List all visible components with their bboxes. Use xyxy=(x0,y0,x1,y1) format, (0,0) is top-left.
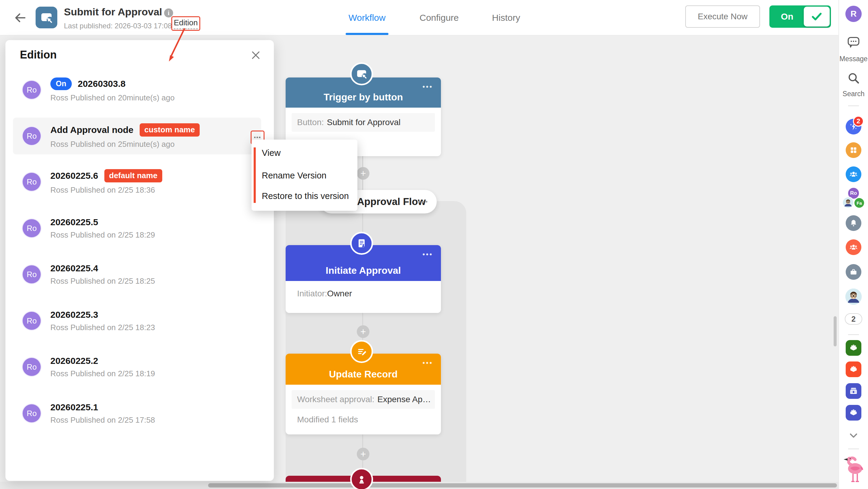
flamingo-image xyxy=(841,454,867,484)
user-avatar-photo[interactable] xyxy=(845,289,862,305)
version-item[interactable]: Ro 20260225.2 Ross Published on 2/25 18:… xyxy=(23,349,252,385)
back-arrow-icon[interactable] xyxy=(13,11,27,25)
version-name: 20260225.3 xyxy=(50,309,98,320)
trigger-node-title: Trigger by button xyxy=(323,92,403,103)
edition-panel-title: Edition xyxy=(20,48,57,61)
edition-panel: Edition Ro On 20260303.8 Ross Published … xyxy=(5,40,274,481)
toggle-knob xyxy=(804,7,830,27)
approval-flow-group-background xyxy=(286,201,466,489)
version-name: 20260303.8 xyxy=(78,79,126,89)
avatar: Ro xyxy=(23,404,41,422)
last-published-text: Last published: 2026-03-03 17:08 xyxy=(64,22,172,30)
update-node-title: Update Record xyxy=(329,369,398,380)
contacts-icon[interactable] xyxy=(846,166,861,182)
search-label: Search xyxy=(843,90,865,98)
version-meta: Ross Published on 2/25 18:25 xyxy=(50,276,155,286)
version-name: 20260225.2 xyxy=(50,356,98,366)
version-name: 20260225.5 xyxy=(50,217,98,227)
version-context-menu: View Rename Version Restore to this vers… xyxy=(251,139,358,211)
menu-item-view[interactable]: View xyxy=(262,148,280,158)
trigger-node-more-icon[interactable]: ••• xyxy=(423,83,433,91)
plugin-red-icon[interactable] xyxy=(846,361,861,377)
version-item[interactable]: Ro 20260225.5 Ross Published on 2/25 18:… xyxy=(23,210,252,247)
execute-now-button[interactable]: Execute Now xyxy=(685,5,760,28)
page-title: Submit for Approval xyxy=(64,6,162,18)
active-tab-underline xyxy=(346,33,389,35)
plugin-indigo-icon[interactable] xyxy=(846,405,861,421)
version-name: 20260225.1 xyxy=(50,402,98,413)
notification-count-badge: 2 xyxy=(853,116,864,127)
plugin-green-icon[interactable] xyxy=(846,340,861,356)
version-item[interactable]: Ro Add Approval node custom name Ross Pu… xyxy=(23,118,252,154)
work-briefcase-icon[interactable] xyxy=(846,264,861,280)
avatar-fa: Fa xyxy=(854,197,865,208)
avatar: Ro xyxy=(23,219,41,237)
sidebar-divider xyxy=(848,334,859,335)
toggle-on-label: On xyxy=(781,5,794,28)
avatar: Ro xyxy=(23,173,41,191)
chevron-down-icon[interactable] xyxy=(847,429,860,442)
tab-workflow[interactable]: Workflow xyxy=(349,13,386,23)
trigger-button-row: Button: Submit for Approval xyxy=(292,113,435,132)
initiate-approval-icon xyxy=(350,232,373,255)
info-icon[interactable]: i xyxy=(164,8,173,18)
add-node-button-3[interactable]: + xyxy=(357,448,369,460)
version-item[interactable]: Ro 20260225.6 default name Ross Publishe… xyxy=(23,163,252,200)
close-icon[interactable] xyxy=(250,49,262,61)
update-node-more-icon[interactable]: ••• xyxy=(423,359,433,367)
edition-link[interactable]: Edition xyxy=(174,18,198,29)
version-meta: Ross Published on 20minute(s) ago xyxy=(50,93,175,102)
version-item[interactable]: Ro 20260225.4 Ross Published on 2/25 18:… xyxy=(23,256,252,293)
version-name: 20260225.4 xyxy=(50,263,98,273)
sidebar-divider xyxy=(848,105,859,106)
count-pill[interactable]: 2 xyxy=(845,313,862,325)
edition-highlight-box: Edition xyxy=(171,16,200,31)
tab-configure[interactable]: Configure xyxy=(420,13,459,23)
message-label: Message xyxy=(839,55,867,63)
groups-icon[interactable] xyxy=(846,239,861,255)
avatar-face xyxy=(842,197,854,208)
on-status-badge: On xyxy=(50,77,72,90)
version-meta: Ross Published on 2/25 18:36 xyxy=(50,186,162,195)
avatar: Ro xyxy=(23,358,41,376)
version-name: 20260225.6 xyxy=(50,171,98,181)
approval-flow-more-icon[interactable]: ••• xyxy=(418,190,429,214)
checkmark-icon xyxy=(810,10,823,23)
sidebar-divider xyxy=(848,449,859,449)
menu-item-restore-version[interactable]: Restore to this version xyxy=(262,191,349,201)
approval-person-icon xyxy=(350,468,373,489)
approval-flow-label: Approval Flow xyxy=(357,190,426,214)
initiate-node-more-icon[interactable]: ••• xyxy=(423,251,433,258)
expense-cash-icon[interactable] xyxy=(846,383,861,399)
avatar: Ro xyxy=(23,81,41,99)
initiate-node-title: Initiate Approval xyxy=(326,265,401,276)
profile-avatar[interactable]: R xyxy=(845,6,862,22)
team-avatars-cluster[interactable]: Ro Fa xyxy=(841,187,866,211)
search-icon[interactable] xyxy=(846,71,861,85)
message-icon[interactable] xyxy=(846,35,861,50)
version-item[interactable]: Ro On 20260303.8 Ross Published on 20min… xyxy=(23,71,252,108)
version-item[interactable]: Ro 20260225.1 Ross Published on 2/25 17:… xyxy=(23,395,252,432)
apps-grid-icon[interactable] xyxy=(846,142,861,158)
version-item[interactable]: Ro 20260225.3 Ross Published on 2/25 18:… xyxy=(23,302,252,339)
version-meta: Ross Published on 2/25 18:19 xyxy=(50,369,155,378)
vertical-scrollbar-thumb[interactable] xyxy=(834,316,837,347)
notifications-bell-icon[interactable] xyxy=(846,215,861,231)
initiate-approval-node[interactable]: Initiate Approval ••• Initiator:Owner xyxy=(286,245,441,313)
version-meta: Ross Published on 2/25 18:23 xyxy=(50,323,155,332)
version-meta: Ross Published on 2/25 18:29 xyxy=(50,230,155,240)
horizontal-scrollbar-thumb[interactable] xyxy=(208,483,837,488)
add-node-button-2[interactable]: + xyxy=(357,325,369,338)
avatar: Ro xyxy=(23,265,41,283)
add-node-button-1[interactable]: + xyxy=(357,167,369,180)
workflow-on-toggle[interactable]: On xyxy=(769,5,831,28)
version-meta: Ross Published on 2/25 17:58 xyxy=(50,416,155,425)
tab-history[interactable]: History xyxy=(492,13,520,23)
trigger-by-button-icon xyxy=(350,62,373,85)
update-record-icon xyxy=(350,340,373,363)
update-record-node[interactable]: Update Record ••• Worksheet approval: Ex… xyxy=(286,354,441,434)
version-meta: Ross Published on 25minute(s) ago xyxy=(50,139,200,149)
modified-fields-row: Modified 1 fields xyxy=(297,415,435,424)
avatar: Ro xyxy=(23,127,41,145)
menu-item-rename-version[interactable]: Rename Version xyxy=(262,171,326,181)
